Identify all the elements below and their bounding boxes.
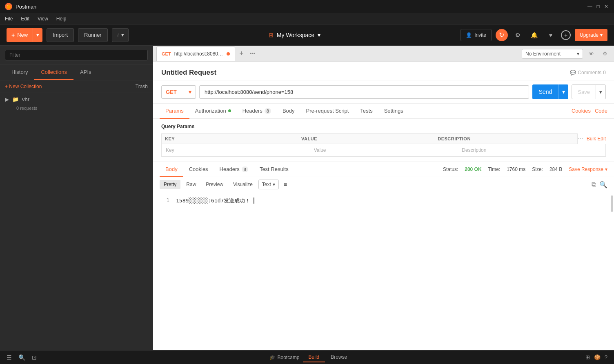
- response-test-label: Test Results: [260, 166, 289, 172]
- sync-button[interactable]: ↻: [496, 29, 508, 41]
- tab-tests-label: Tests: [360, 108, 372, 114]
- environment-select[interactable]: No Environment ▾: [522, 49, 583, 59]
- response-tab-cookies[interactable]: Cookies: [183, 162, 214, 177]
- value-input[interactable]: [310, 144, 458, 156]
- key-input[interactable]: [162, 144, 309, 156]
- params-table: KEY VALUE DESCRIPTION ··· Bulk Edit: [161, 133, 606, 157]
- request-tab-active[interactable]: GET http://localhost:8080/send/pho...: [156, 47, 235, 61]
- size-value: 284 B: [549, 166, 562, 172]
- minimize-button[interactable]: —: [587, 4, 593, 9]
- tab-settings[interactable]: Settings: [378, 104, 409, 119]
- cookie-icon[interactable]: 🍪: [594, 354, 601, 360]
- maximize-button[interactable]: □: [595, 4, 601, 9]
- sidebar-toggle-icon[interactable]: ☰: [7, 354, 12, 361]
- bulk-edit-button[interactable]: Bulk Edit: [587, 136, 606, 142]
- env-label: No Environment: [525, 51, 561, 57]
- url-input[interactable]: [199, 85, 529, 99]
- description-input[interactable]: [458, 144, 605, 156]
- method-value: GET: [166, 89, 177, 95]
- comments-label: Comments: [578, 70, 601, 75]
- response-tab-headers[interactable]: Headers 8: [214, 162, 254, 177]
- send-label: Send: [539, 89, 552, 95]
- scrollbar-thumb[interactable]: [611, 195, 613, 212]
- new-button[interactable]: + New ▾: [7, 28, 42, 42]
- runner-button[interactable]: Runner: [78, 28, 108, 42]
- add-tab-button[interactable]: +: [236, 48, 247, 60]
- close-button[interactable]: ✕: [603, 4, 609, 9]
- menu-view[interactable]: View: [38, 16, 48, 22]
- logo-icon: 🟠: [5, 3, 12, 10]
- env-settings-icon[interactable]: ⚙: [599, 48, 611, 60]
- tab-authorization-label: Authorization: [195, 108, 226, 114]
- text-format-select[interactable]: Text ▾: [258, 180, 279, 189]
- response-tab-test-results[interactable]: Test Results: [254, 162, 294, 177]
- tab-body[interactable]: Body: [277, 104, 300, 119]
- sidebar-actions: + New Collection Trash: [0, 80, 153, 93]
- tab-authorization[interactable]: Authorization: [189, 104, 237, 119]
- text-format-arrow: ▾: [273, 182, 275, 187]
- params-more-button[interactable]: ···: [578, 135, 583, 142]
- fork-button[interactable]: ⑂ ▾: [112, 28, 129, 42]
- send-button[interactable]: Send ▾: [532, 84, 569, 99]
- workspace-button[interactable]: ⊞ My Workspace ▾: [269, 32, 320, 38]
- titlebar: 🟠 Postman — □ ✕: [0, 0, 614, 13]
- invite-button[interactable]: 👤 Invite: [461, 29, 492, 41]
- import-button[interactable]: Import: [47, 28, 74, 42]
- save-main[interactable]: Save: [572, 85, 596, 99]
- tab-params[interactable]: Params: [160, 104, 189, 119]
- layout-icon[interactable]: ⊞: [585, 354, 590, 360]
- notifications-button[interactable]: 🔔: [528, 29, 541, 41]
- new-button-main[interactable]: + New: [7, 28, 33, 42]
- response-cookies-label: Cookies: [189, 166, 208, 172]
- collection-item-vhr[interactable]: ▶ 📁 vhr: [0, 93, 153, 106]
- add-account-button[interactable]: +: [561, 30, 571, 40]
- invite-label: Invite: [474, 32, 486, 38]
- menu-file[interactable]: File: [5, 16, 13, 22]
- nav-browse[interactable]: Browse: [325, 353, 353, 362]
- send-main[interactable]: Send: [532, 84, 559, 99]
- bootcamp-button[interactable]: 🎓 Bootcamp: [269, 355, 300, 360]
- new-collection-button[interactable]: + New Collection: [5, 84, 42, 89]
- settings-button[interactable]: ⚙: [512, 29, 524, 41]
- format-pretty-button[interactable]: Pretty: [160, 180, 180, 189]
- send-arrow[interactable]: ▾: [559, 84, 568, 99]
- help-icon[interactable]: ?: [605, 354, 607, 360]
- nav-build[interactable]: Build: [303, 353, 325, 362]
- menu-edit[interactable]: Edit: [21, 16, 29, 22]
- sidebar-tab-collections[interactable]: Collections: [34, 65, 73, 80]
- tab-headers[interactable]: Headers 8: [237, 104, 277, 119]
- workspace-label: My Workspace: [277, 32, 314, 38]
- menu-help[interactable]: Help: [56, 16, 67, 22]
- window-controls[interactable]: — □ ✕: [587, 4, 609, 9]
- response-text-value: 1589░░░░░░:61d7发送成功！: [176, 198, 250, 204]
- sidebar-tab-history[interactable]: History: [5, 65, 34, 80]
- format-visualize-button[interactable]: Visualize: [229, 180, 257, 189]
- trash-button[interactable]: Trash: [136, 84, 148, 89]
- comments-button[interactable]: 💬 Comments 0: [570, 70, 606, 75]
- code-link[interactable]: Code: [595, 108, 607, 114]
- response-tab-body[interactable]: Body: [160, 162, 183, 177]
- tab-more-button[interactable]: •••: [248, 49, 257, 58]
- save-arrow[interactable]: ▾: [596, 85, 605, 99]
- tab-prerequest[interactable]: Pre-request Script: [300, 104, 355, 119]
- filter-input[interactable]: [5, 50, 148, 60]
- heart-button[interactable]: ♥: [545, 29, 557, 41]
- save-response-button[interactable]: Save Response ▾: [569, 166, 607, 172]
- upgrade-button[interactable]: Upgrade ▾: [575, 29, 607, 41]
- format-raw-button[interactable]: Raw: [182, 180, 200, 189]
- sidebar-tab-apis[interactable]: APIs: [73, 65, 98, 80]
- wrap-button[interactable]: ≡: [280, 180, 290, 189]
- eye-icon[interactable]: 👁: [585, 48, 597, 60]
- cookies-link[interactable]: Cookies: [572, 108, 591, 114]
- save-button[interactable]: Save ▾: [572, 84, 606, 99]
- new-button-arrow[interactable]: ▾: [33, 28, 42, 42]
- method-select[interactable]: GET ▾: [161, 85, 196, 99]
- console-icon[interactable]: ⊡: [32, 354, 37, 361]
- folder-icon: 📁: [12, 96, 19, 102]
- copy-response-button[interactable]: ⧉: [592, 181, 596, 189]
- bottom-right: ⊞ 🍪 ?: [585, 354, 607, 360]
- tab-tests[interactable]: Tests: [354, 104, 378, 119]
- format-preview-button[interactable]: Preview: [202, 180, 227, 189]
- find-icon[interactable]: 🔍: [18, 354, 25, 361]
- search-response-button[interactable]: 🔍: [599, 181, 607, 189]
